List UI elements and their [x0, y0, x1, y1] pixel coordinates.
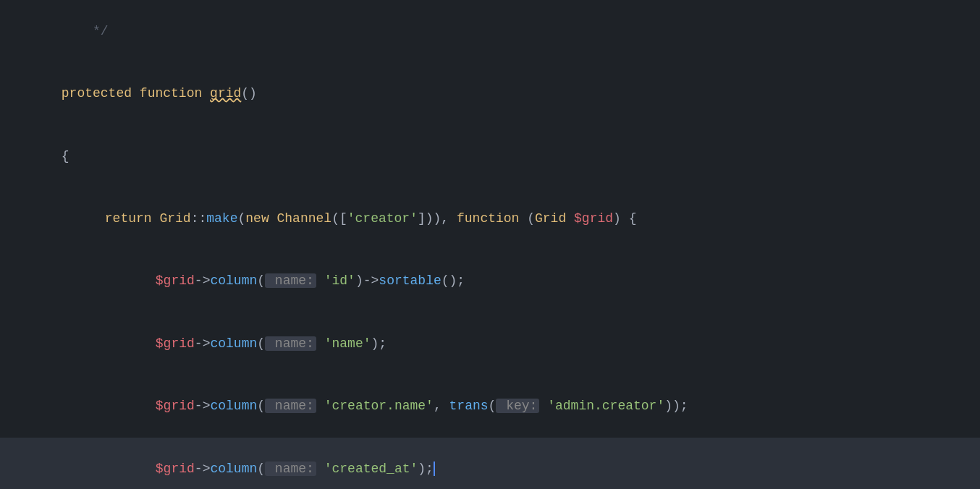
- line-5: $grid->column( name: 'id')->sortable();: [0, 250, 980, 312]
- line-6: $grid->column( name: 'name');: [0, 312, 980, 375]
- line-1: */: [0, 0, 980, 62]
- line-4: return Grid::make(new Channel(['creator'…: [0, 187, 980, 250]
- line-8: $grid->column( name: 'created_at');: [0, 438, 980, 489]
- line-7: $grid->column( name: 'creator.name', tra…: [0, 375, 980, 437]
- line-2: protected function grid(): [0, 62, 980, 124]
- code-editor: */ protected function grid() { return Gr…: [0, 0, 980, 489]
- line-3: {: [0, 125, 980, 187]
